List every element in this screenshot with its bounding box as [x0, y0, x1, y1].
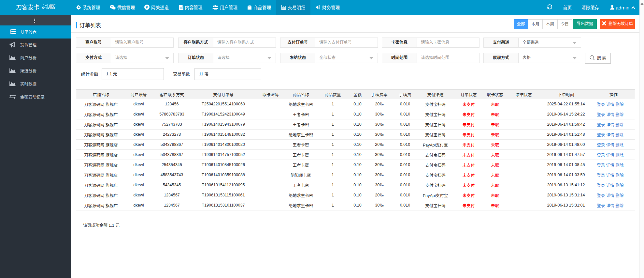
- svg-text:3: 3: [10, 33, 11, 34]
- svg-text:P: P: [146, 5, 148, 9]
